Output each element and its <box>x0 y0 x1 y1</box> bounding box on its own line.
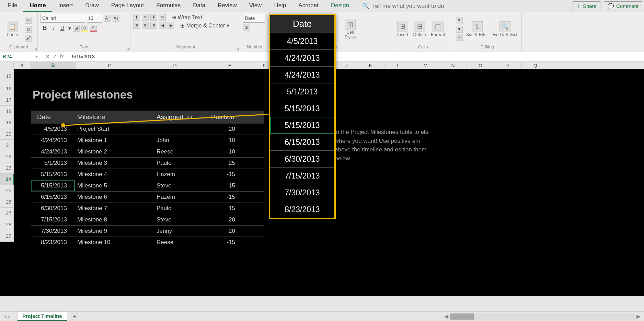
cell-position[interactable]: 20 <box>206 228 247 234</box>
cell-position[interactable]: -15 <box>206 194 247 200</box>
comment-button[interactable]: 💬 Comment <box>604 1 642 11</box>
cell-assigned[interactable]: Jenny <box>151 228 206 234</box>
align-top-icon[interactable]: ⬆ <box>133 14 140 21</box>
cell-assigned[interactable]: Reese <box>151 239 206 246</box>
horizontal-scrollbar[interactable] <box>450 313 635 320</box>
cancel-formula-icon[interactable]: ✕ <box>45 53 50 60</box>
col-header-B[interactable]: B <box>31 62 76 69</box>
insert-cells-button[interactable]: ⊞ Insert <box>396 20 410 38</box>
cell-milestone[interactable]: Milestone 1 <box>72 137 151 144</box>
row-header-20[interactable]: 20 <box>0 128 14 140</box>
col-header-P[interactable]: P <box>494 62 522 69</box>
menu-draw[interactable]: Draw <box>79 0 105 12</box>
row-header-23[interactable]: 23 <box>0 162 14 174</box>
table-row[interactable]: 7/15/2013 Milestone 8 Steve -20 <box>31 214 264 226</box>
cell-milestone[interactable]: Milestone 2 <box>72 148 151 155</box>
format-painter-icon[interactable]: 🖌 <box>25 35 32 42</box>
menu-formulas[interactable]: Formulas <box>150 0 187 12</box>
cell-date[interactable]: 5/15/2013 <box>31 182 72 189</box>
table-row[interactable]: 5/15/2013 Milestone 5 Steve 15 <box>31 180 264 192</box>
col-header-N[interactable]: N <box>439 62 467 69</box>
cell-assigned[interactable]: Paulo <box>151 205 206 212</box>
find-select-button[interactable]: 🔍 Find & Select <box>491 20 518 38</box>
cell-position[interactable]: 20 <box>206 126 247 133</box>
merge-center-button[interactable]: ⊞ Merge & Center ▾ <box>180 22 229 29</box>
table-row[interactable]: 5/1/2013 Milestone 3 Paulo 25 <box>31 158 264 169</box>
cell-date[interactable]: 7/15/2013 <box>31 216 72 223</box>
decrease-indent-icon[interactable]: ◀ <box>159 22 166 29</box>
font-name-select[interactable] <box>41 14 85 23</box>
col-header-K[interactable]: K <box>357 62 384 69</box>
sort-filter-button[interactable]: ⇅ Sort & Filter <box>465 20 489 38</box>
tab-nav-prev-icon[interactable]: ◀ <box>3 314 7 319</box>
cell-milestone[interactable]: Milestone 10 <box>72 239 151 246</box>
cell-assigned[interactable]: Paulo <box>151 160 206 167</box>
table-row[interactable]: 8/23/2013 Milestone 10 Reese -15 <box>31 237 264 248</box>
cell-date[interactable]: 4/24/2013 <box>31 137 72 144</box>
col-header-Q[interactable]: Q <box>522 62 549 69</box>
menu-insert[interactable]: Insert <box>52 0 79 12</box>
bold-button[interactable]: B <box>41 24 49 32</box>
menu-file[interactable]: File <box>2 0 23 12</box>
col-header-O[interactable]: O <box>467 62 494 69</box>
row-header-22[interactable]: 22 <box>0 151 14 162</box>
cell-position[interactable]: 15 <box>206 205 247 212</box>
cell-milestone[interactable]: Milestone 6 <box>72 194 151 200</box>
decrease-font-icon[interactable]: A↓ <box>113 15 119 22</box>
menu-review[interactable]: Review <box>211 0 243 12</box>
underline-button[interactable]: U <box>58 24 67 32</box>
row-header-25[interactable]: 25 <box>0 185 14 196</box>
align-bottom-icon[interactable]: ⬇ <box>150 14 157 21</box>
row-header-17[interactable]: 17 <box>0 94 14 106</box>
cell-position[interactable]: 10 <box>206 137 247 144</box>
expand-icon[interactable]: ◢ <box>127 47 129 50</box>
clear-icon[interactable]: ◇ <box>456 34 463 41</box>
align-right-icon[interactable]: ≡ <box>150 22 157 29</box>
increase-font-icon[interactable]: A↑ <box>104 15 111 22</box>
cell-date[interactable]: 5/15/2013 <box>31 171 72 178</box>
cell-milestone[interactable]: Milestone 9 <box>72 228 151 234</box>
row-header-28[interactable]: 28 <box>0 219 14 230</box>
col-header-C[interactable]: C <box>76 62 144 69</box>
fill-icon[interactable]: ▼ <box>456 26 463 33</box>
format-cells-button[interactable]: ◫ Format <box>429 20 446 38</box>
row-header-27[interactable]: 27 <box>0 208 14 219</box>
font-color-icon[interactable]: A <box>90 25 97 32</box>
cell-milestone[interactable]: Project Start <box>72 126 151 133</box>
font-size-select[interactable] <box>87 14 102 23</box>
paste-button[interactable]: 📋 Paste <box>3 20 22 38</box>
menu-page-layout[interactable]: Page Layout <box>105 0 150 12</box>
row-header-19[interactable]: 19 <box>0 117 14 128</box>
cell-milestone[interactable]: Milestone 4 <box>72 171 151 178</box>
wrap-text-button[interactable]: ⇥ Wrap Text <box>172 14 202 21</box>
tell-me-search[interactable]: 🔍 Tell me what you want to do <box>362 2 444 10</box>
col-header-D[interactable]: D <box>144 62 206 69</box>
name-box[interactable]: B24▾ <box>0 51 41 61</box>
border-icon[interactable]: ⊞ <box>73 25 80 32</box>
col-header-M[interactable]: M <box>412 62 439 69</box>
cell-position[interactable]: -10 <box>206 148 247 155</box>
row-header-21[interactable]: 21 <box>0 140 14 151</box>
formula-input[interactable]: 5/15/2013 <box>68 54 644 59</box>
cell-assigned[interactable]: John <box>151 137 206 144</box>
fill-color-icon[interactable]: ◇ <box>81 25 88 32</box>
italic-button[interactable]: I <box>51 24 57 32</box>
cell-milestone[interactable]: Milestone 7 <box>72 205 151 212</box>
col-header-J[interactable]: J <box>336 62 357 69</box>
cell-assigned[interactable]: Hazem <box>151 171 206 178</box>
col-header-E[interactable]: E <box>206 62 254 69</box>
row-header-24[interactable]: 24 <box>0 174 14 185</box>
cell-position[interactable]: -15 <box>206 239 247 246</box>
cell-position[interactable]: -15 <box>206 171 247 178</box>
cell-assigned[interactable]: Steve <box>151 182 206 189</box>
menu-home[interactable]: Home <box>23 0 52 12</box>
scroll-left-icon[interactable]: ◀ <box>444 313 448 320</box>
table-row[interactable]: 6/15/2013 Milestone 6 Hazem -15 <box>31 192 264 203</box>
cell-milestone[interactable]: Milestone 8 <box>72 216 151 223</box>
cell-milestone[interactable]: Milestone 5 <box>72 182 151 189</box>
orientation-icon[interactable]: ⤭ <box>159 14 166 21</box>
cell-date[interactable]: 8/23/2013 <box>31 239 72 246</box>
cell-assigned[interactable]: Steve <box>151 216 206 223</box>
cell-date[interactable]: 7/30/2013 <box>31 228 72 234</box>
dropdown-icon[interactable]: ▾ <box>68 25 71 32</box>
